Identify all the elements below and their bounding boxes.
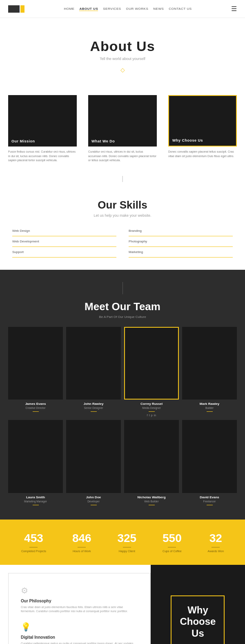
team-name-0: James Evans [8,402,63,406]
team-role-5: Developer [66,500,121,503]
stat-divider-2 [123,547,131,548]
stat-number-1: 846 [72,532,91,545]
team-divider-2 [149,411,155,412]
stat-divider-4 [212,547,220,548]
stat-divider-1 [78,547,86,548]
team-photo-3 [182,327,237,400]
stat-label-3: Cups of Coffee [163,550,182,553]
team-card-0: James Evans Creative Director [8,327,63,417]
about-hero: About Us Tell the world about yourself ◇ [0,18,245,87]
nav-links: Home About Us Services Our Works News Co… [64,7,192,11]
team-name-7: David Evans [182,495,237,499]
card-what: What We Do Curabitur orci risus, ultrice… [88,95,157,163]
team-divider-7 [207,505,213,505]
stat-divider-3 [168,547,176,548]
philosophy-left: ⚙ Our Philosophy Cras vitae diam at just… [8,573,151,644]
team-role-1: Senior Designer [66,406,121,409]
stat-4: 32 Awards Won [208,532,224,553]
card-why-label: Why Choose Us [169,135,206,146]
stats-section: 453 Completed Projects 846 Hours of Work… [0,520,245,565]
team-title: Meet Our Team [8,300,237,313]
stat-number-0: 453 [21,532,46,545]
team-divider-6 [149,505,155,505]
stat-divider-0 [29,547,38,548]
card-mission: Our Mission Fusce finibus cursus nisl. C… [8,95,77,163]
team-social-2: f t p in [124,414,179,417]
social-pi[interactable]: p [151,414,153,417]
hamburger-icon[interactable]: ☰ [231,5,237,13]
skill-web-dev: Web Development [12,236,116,247]
logo[interactable] [8,5,24,13]
team-card-2: Correy Russel Media Designer f t p in [124,327,179,417]
team-photo-2 [124,327,179,400]
team-card-1: John Rawley Senior Designer [66,327,121,417]
card-mission-label: Our Mission [8,136,38,147]
nav-news[interactable]: News [153,7,164,11]
team-name-3: Mark Rawley [182,402,237,406]
page-title: About Us [8,38,237,54]
cards-section: Our Mission Fusce finibus cursus nisl. C… [0,87,245,167]
skills-grid: Web Design Branding Web Development Phot… [8,226,237,258]
team-card-6: Nicholas Wallberg Web Builder [124,420,179,507]
team-name-6: Nicholas Wallberg [124,495,179,499]
card-why-img: Why Choose Us [168,95,237,147]
stat-number-3: 550 [163,532,182,545]
team-role-4: Marketing Manager [8,500,63,503]
page-subtitle: Tell the world about yourself [8,57,237,61]
team-line-top [122,282,123,294]
team-photo-6 [124,420,179,493]
skill-branding: Branding [129,226,233,236]
nav-works[interactable]: Our Works [126,7,149,11]
why-choose-box: WhyChooseUs [171,595,225,644]
philosophy-icon: ⚙ [21,586,138,595]
card-mission-img: Our Mission [8,95,77,147]
phil-title-1: Digital Innovation [21,635,138,640]
team-card-4: Laura Smith Marketing Manager [8,420,63,507]
stat-number-2: 325 [117,532,136,545]
diamond-divider: ◇ [8,67,237,73]
team-divider-3 [207,411,213,412]
philosophy-right: WhyChooseUs [151,565,245,644]
team-name-4: Laura Smith [8,495,63,499]
card-why-text: Donec convallis sapien placerat tellus s… [168,150,237,158]
team-photo-0 [8,327,63,400]
team-name-2: Correy Russel [124,402,179,406]
nav-home[interactable]: Home [64,7,74,11]
nav-contact[interactable]: Contact Us [169,7,192,11]
phil-title-0: Our Philosophy [21,599,138,603]
skill-marketing: Marketing [129,247,233,258]
social-tw[interactable]: t [149,414,150,417]
team-section: Meet Our Team Be A Part Of Our Unique Cu… [0,270,245,520]
navigation: Home About Us Services Our Works News Co… [0,0,245,18]
philosophy-section: ⚙ Our Philosophy Cras vitae diam at just… [0,565,245,644]
team-divider-0 [33,411,39,412]
team-role-0: Creative Director [8,406,63,409]
skills-section: Our Skills Let us help you make your web… [0,191,245,270]
team-role-7: Freelancer [182,500,237,503]
team-header: Meet Our Team Be A Part Of Our Unique Cu… [8,282,237,319]
phil-text-0: Cras vitae diam at justo elementum fauci… [21,605,138,614]
team-divider-1 [91,411,97,412]
team-subtitle: Be A Part Of Our Unique Culture [8,315,237,319]
skill-photography: Photography [129,236,233,247]
team-role-6: Web Builder [124,500,179,503]
card-what-text: Curabitur orci risus, ultrices in dui si… [88,150,157,163]
team-role-3: Builder [182,406,237,409]
team-photo-5 [66,420,121,493]
social-li[interactable]: in [154,414,156,417]
logo-dark [8,5,20,13]
social-fb[interactable]: f [147,414,148,417]
nav-about[interactable]: About Us [79,7,98,11]
card-why: Why Choose Us Donec convallis sapien pla… [168,95,237,163]
stat-number-4: 32 [208,532,224,545]
why-choose-title: WhyChooseUs [180,604,216,640]
stat-label-4: Awards Won [208,550,224,553]
team-photo-1 [66,327,121,400]
team-card-3: Mark Rawley Builder [182,327,237,417]
team-divider-5 [91,505,97,505]
skills-subtitle: Let us help you make your website. [8,213,237,218]
team-name-1: John Rawley [66,402,121,406]
stat-0: 453 Completed Projects [21,532,46,553]
stat-2: 325 Happy Client [117,532,136,553]
nav-services[interactable]: Services [103,7,121,11]
